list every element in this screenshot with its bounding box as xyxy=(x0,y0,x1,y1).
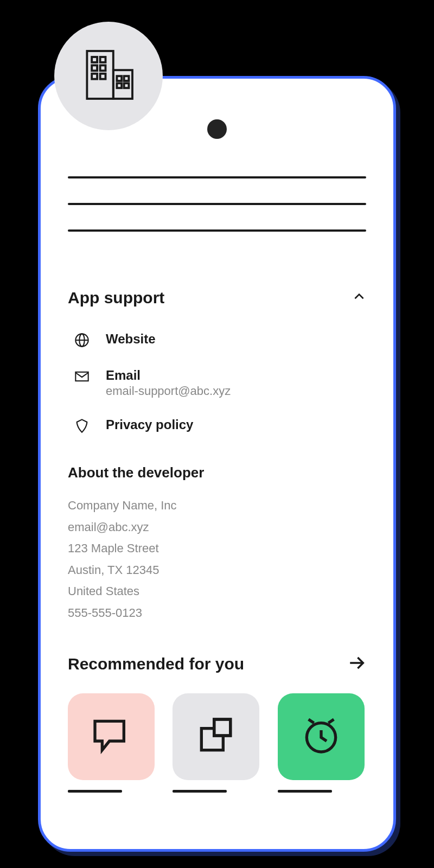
developer-city: Austin, TX 12345 xyxy=(68,559,366,581)
support-item-website[interactable]: Website xyxy=(68,331,366,349)
phone-frame: App support Website xyxy=(38,76,396,852)
svg-rect-5 xyxy=(100,65,106,71)
recommended-apps-row xyxy=(68,693,366,793)
svg-rect-8 xyxy=(117,76,122,81)
copy-icon xyxy=(194,714,238,760)
recommended-app-card[interactable] xyxy=(278,693,366,793)
svg-rect-10 xyxy=(117,83,122,88)
app-title-placeholder xyxy=(68,790,122,793)
recommended-app-card[interactable] xyxy=(173,693,261,793)
placeholder-text-lines xyxy=(68,176,366,232)
developer-phone: 555-555-0123 xyxy=(68,602,366,624)
app-icon-tile xyxy=(278,693,365,780)
arrow-right-icon xyxy=(348,654,366,674)
about-developer-title: About the developer xyxy=(68,464,366,481)
developer-street: 123 Maple Street xyxy=(68,538,366,559)
svg-line-21 xyxy=(308,719,314,723)
support-item-email[interactable]: Email email-support@abc.xyz xyxy=(68,368,366,398)
svg-rect-18 xyxy=(214,719,231,736)
svg-rect-2 xyxy=(92,57,97,62)
globe-icon xyxy=(73,331,91,349)
svg-rect-3 xyxy=(100,57,106,62)
recommended-app-card[interactable] xyxy=(68,693,156,793)
screen-content: App support Website xyxy=(41,79,393,793)
app-title-placeholder xyxy=(173,790,227,793)
app-support-title: App support xyxy=(68,289,164,307)
support-item-label: Website xyxy=(106,331,366,347)
building-icon xyxy=(79,45,138,107)
developer-email: email@abc.xyz xyxy=(68,516,366,538)
support-item-subtext: email-support@abc.xyz xyxy=(106,384,366,398)
svg-rect-9 xyxy=(124,76,129,81)
svg-rect-7 xyxy=(100,74,106,79)
mail-icon xyxy=(73,368,91,385)
support-item-label: Email xyxy=(106,368,366,383)
camera-cutout xyxy=(207,119,227,139)
shield-icon xyxy=(73,417,91,435)
app-icon-tile xyxy=(68,693,155,780)
svg-line-22 xyxy=(328,719,334,723)
support-item-label: Privacy policy xyxy=(106,417,366,432)
app-icon-tile xyxy=(173,693,259,780)
support-item-privacy[interactable]: Privacy policy xyxy=(68,417,366,435)
about-developer-section: About the developer Company Name, Inc em… xyxy=(68,464,366,624)
svg-rect-6 xyxy=(92,74,97,79)
developer-country: United States xyxy=(68,580,366,602)
developer-company: Company Name, Inc xyxy=(68,495,366,516)
recommended-section: Recommended for you xyxy=(68,654,366,793)
svg-rect-11 xyxy=(124,83,129,88)
recommended-header[interactable]: Recommended for you xyxy=(68,654,366,674)
chat-icon xyxy=(90,714,133,760)
svg-rect-4 xyxy=(92,65,97,71)
app-title-placeholder xyxy=(278,790,332,793)
alarm-icon xyxy=(299,714,343,760)
app-support-header[interactable]: App support xyxy=(68,289,366,307)
chevron-up-icon xyxy=(352,290,366,306)
recommended-title: Recommended for you xyxy=(68,655,244,673)
company-badge xyxy=(54,22,163,130)
